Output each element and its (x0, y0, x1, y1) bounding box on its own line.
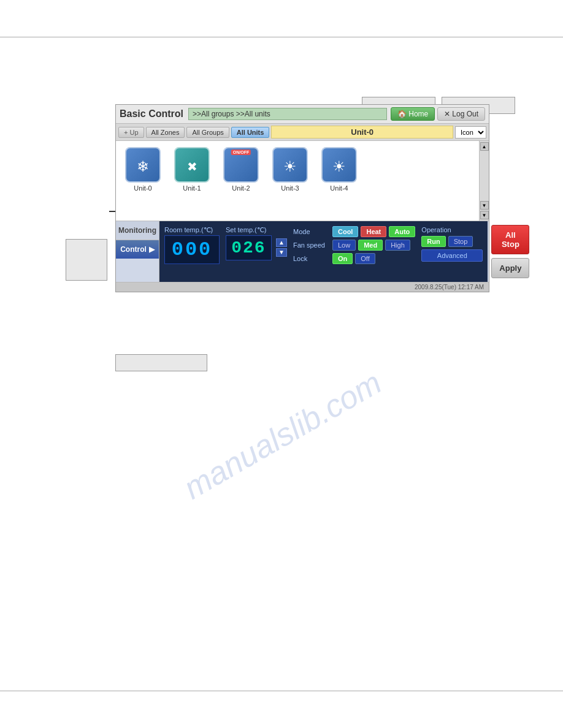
room-temp-block: Room temp.(℃) 000 (164, 226, 220, 264)
up-button[interactable]: + Up (118, 127, 144, 138)
fan-low-button[interactable]: Low (332, 240, 356, 251)
run-button[interactable]: Run (421, 236, 445, 247)
unit-sun-icon-4: ☀ (332, 158, 346, 175)
logout-icon: ✕ (444, 110, 450, 118)
watermark: manualslib.com (177, 364, 388, 507)
apply-button[interactable]: Apply (491, 258, 529, 278)
status-bar: 2009.8.25(Tue) 12:17 AM (116, 282, 489, 292)
lock-row: Lock On Off (293, 253, 415, 264)
temp-down-button[interactable]: ▼ (276, 248, 287, 257)
header-bar: Basic Control >>All groups >>All units 🏠… (116, 105, 489, 124)
unit-item-1[interactable]: ✖ Unit-1 (171, 147, 213, 192)
unit-cross-icon: ✖ (187, 159, 197, 174)
operation-buttons-row: Run Stop (421, 236, 483, 247)
unit-icon-box-3: ☀ (272, 147, 308, 183)
on-off-badge: ON/OFF (231, 150, 251, 155)
unit-label-4: Unit-4 (330, 184, 348, 192)
room-temp-display: 000 (164, 235, 220, 264)
set-temp-label: Set temp.(℃) (226, 226, 266, 234)
all-zones-button[interactable]: All Zones (146, 127, 185, 138)
set-temp-display: 026 (226, 235, 272, 260)
stop-button[interactable]: Stop (448, 236, 473, 247)
unit-item-3[interactable]: ☀ Unit-3 (269, 147, 311, 192)
tab-control[interactable]: Control ▶ (116, 240, 159, 259)
left-tabs: Monitoring Control ▶ (116, 221, 159, 282)
app-title: Basic Control (120, 108, 183, 119)
home-icon: 🏠 (397, 110, 407, 118)
top-rule (0, 37, 563, 37)
mode-label: Mode (293, 228, 330, 235)
unit-icon-box-4: ☀ (321, 147, 357, 183)
control-label: Control (120, 245, 147, 254)
room-temp-label: Room temp.(℃) (164, 226, 213, 234)
vertical-scrollbar: ▲ ▼ ▼ (479, 141, 489, 221)
unit-sun-icon-3: ☀ (283, 158, 297, 175)
lock-label: Lock (293, 255, 330, 262)
all-units-button[interactable]: All Units (231, 127, 270, 138)
all-stop-button[interactable]: All Stop (491, 225, 529, 254)
bottom-rule (0, 691, 563, 691)
set-temp-block: Set temp.(℃) 026 ▲ ▼ (226, 226, 287, 260)
nav-bar: + Up All Zones All Groups All Units Unit… (116, 124, 489, 141)
home-button[interactable]: 🏠 Home (391, 107, 435, 121)
logout-label: Log Out (452, 110, 478, 118)
fan-high-button[interactable]: High (385, 240, 410, 251)
fan-speed-label: Fan speed (293, 241, 330, 249)
callout-box-bottom (115, 354, 207, 371)
mode-auto-button[interactable]: Auto (389, 226, 415, 237)
control-arrow-icon: ▶ (149, 245, 155, 254)
scroll-down-button-2[interactable]: ▼ (480, 201, 489, 210)
main-ui-container: Basic Control >>All groups >>All units 🏠… (115, 104, 489, 292)
fan-speed-row: Fan speed Low Med High (293, 240, 415, 251)
unit-icon-box-2: ON/OFF (223, 147, 259, 183)
fan-med-button[interactable]: Med (358, 240, 383, 251)
view-mode-select[interactable]: Icon List (455, 126, 486, 138)
unit-icon-box-0: ❄ (125, 147, 161, 183)
lock-off-button[interactable]: Off (355, 253, 375, 264)
operation-section: Operation Run Stop Advanced (421, 226, 483, 262)
callout-box-left (66, 239, 107, 281)
breadcrumb: >>All groups >>All units (188, 108, 387, 120)
mode-row: Mode Cool Heat Auto (293, 226, 415, 237)
unit-item-4[interactable]: ☀ Unit-4 (318, 147, 360, 192)
home-label: Home (408, 110, 428, 118)
bottom-panel: Monitoring Control ▶ Room temp.(℃) 000 S… (116, 221, 489, 282)
unit-label-3: Unit-3 (281, 184, 299, 192)
unit-item-0[interactable]: ❄ Unit-0 (122, 147, 164, 192)
unit-label-2: Unit-2 (232, 184, 250, 192)
control-content: Room temp.(℃) 000 Set temp.(℃) 026 ▲ ▼ (159, 221, 488, 282)
lock-on-button[interactable]: On (332, 253, 353, 264)
unit-snowflake-icon: ❄ (137, 158, 149, 175)
units-grid: ❄ Unit-0 ✖ Unit-1 ON/OFF Unit-2 ☀ Unit-3 (116, 141, 489, 221)
unit-item-2[interactable]: ON/OFF Unit-2 (220, 147, 262, 192)
unit-label-1: Unit-1 (183, 184, 201, 192)
right-action-buttons: All Stop Apply (488, 221, 533, 282)
unit-icon-box-1: ✖ (174, 147, 210, 183)
mode-cool-button[interactable]: Cool (332, 226, 358, 237)
tab-monitoring[interactable]: Monitoring (116, 221, 159, 240)
advanced-button[interactable]: Advanced (421, 249, 483, 262)
selected-unit-label: Unit-0 (271, 126, 453, 138)
set-temp-arrows: ▲ ▼ (276, 238, 287, 258)
mode-heat-button[interactable]: Heat (361, 226, 386, 237)
scroll-down-button[interactable]: ▼ (480, 211, 489, 219)
operation-label: Operation (421, 226, 483, 233)
controls-area: Mode Cool Heat Auto Fan speed Low Med Hi… (293, 226, 415, 264)
temp-up-button[interactable]: ▲ (276, 238, 287, 247)
unit-label-0: Unit-0 (134, 184, 151, 192)
scroll-up-button[interactable]: ▲ (480, 142, 489, 151)
all-groups-button[interactable]: All Groups (186, 127, 229, 138)
logout-button[interactable]: ✕ Log Out (437, 107, 485, 121)
